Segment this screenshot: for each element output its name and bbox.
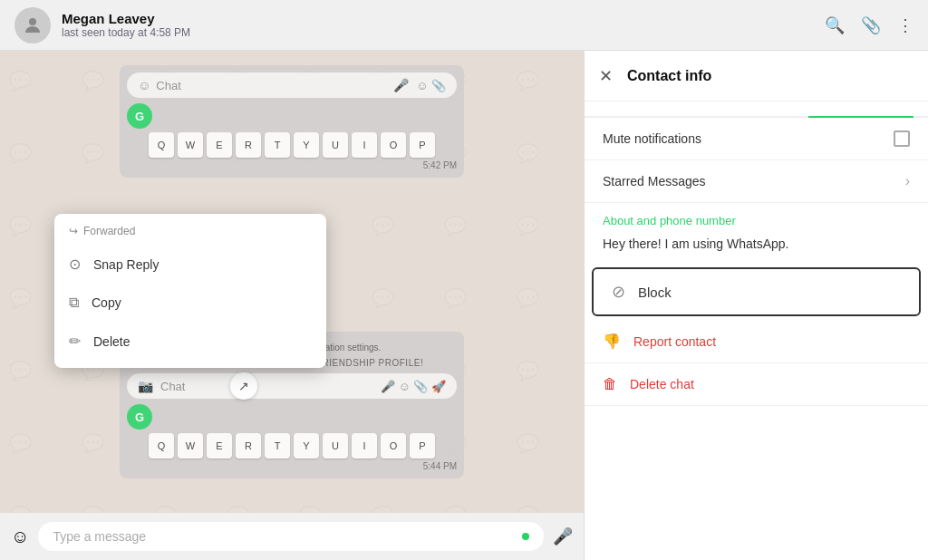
mic-send-icon[interactable]: 🎤: [553, 526, 573, 546]
chat-header: Megan Leavey last seen today at 4:58 PM …: [0, 0, 928, 51]
key-r[interactable]: R: [236, 132, 261, 158]
key-r2[interactable]: R: [236, 433, 261, 459]
key-w[interactable]: W: [178, 132, 203, 158]
message-input-container[interactable]: Type a message: [38, 522, 544, 551]
chat-bar-text-top: Chat: [156, 79, 180, 92]
keyboard-row-bottom: Q W E R T Y U I O P: [127, 433, 457, 459]
delete-label: Delete: [93, 334, 130, 349]
message-placeholder: Type a message: [53, 529, 515, 544]
key-u2[interactable]: U: [323, 433, 348, 459]
key-p2[interactable]: P: [410, 433, 435, 459]
key-p[interactable]: P: [410, 132, 435, 158]
keyboard-screenshot-top: ☺ Chat 🎤 ☺ 📎 G Q W E R T Y U I O P: [120, 65, 464, 178]
avatar[interactable]: [14, 7, 51, 43]
header-actions: 🔍 📎 ⋮: [825, 15, 914, 35]
key-y[interactable]: Y: [294, 132, 319, 158]
emoji-icon-top: ☺: [138, 78, 150, 92]
attach-icon[interactable]: 📎: [861, 15, 881, 35]
delete-chat-row[interactable]: 🗑 Delete chat: [585, 363, 928, 406]
contact-info-panel: ✕ Contact info Mute notifications Starre…: [584, 51, 928, 560]
chevron-right-icon: ›: [905, 173, 910, 189]
block-label: Block: [638, 285, 672, 300]
contact-info-header: ✕ Contact info: [585, 51, 928, 101]
key-e2[interactable]: E: [207, 433, 232, 459]
key-q[interactable]: Q: [149, 132, 174, 158]
about-text: Hey there! I am using WhatsApp.: [585, 233, 928, 264]
snap-reply-label: Snap Reply: [93, 257, 159, 272]
key-t[interactable]: T: [265, 132, 290, 158]
key-w2[interactable]: W: [178, 433, 203, 459]
main-layout: ☺ Chat 🎤 ☺ 📎 G Q W E R T Y U I O P: [0, 51, 928, 560]
chat-bar-bottom: 📷 Chat 🎤 ☺ 📎 🚀: [127, 373, 457, 399]
key-i2[interactable]: I: [352, 433, 377, 459]
forward-arrow-icon: ↪: [69, 225, 78, 237]
timestamp-bottom: 5:44 PM: [127, 461, 457, 471]
delete-chat-label: Delete chat: [630, 377, 694, 391]
delete-icon: ✏: [69, 333, 81, 350]
recording-dot: [522, 533, 529, 540]
tab-2[interactable]: [704, 101, 809, 118]
contact-tabs: [585, 101, 928, 118]
contact-body: Mute notifications Starred Messages › Ab…: [585, 118, 928, 560]
starred-label: Starred Messages: [603, 174, 905, 188]
share-button[interactable]: ↗: [230, 372, 257, 400]
more-icon[interactable]: ⋮: [897, 15, 914, 35]
delete-chat-icon: 🗑: [603, 376, 617, 392]
contact-info-title: Contact info: [627, 68, 711, 84]
report-contact-row[interactable]: 👎 Report contact: [585, 320, 928, 363]
starred-messages-row[interactable]: Starred Messages ›: [585, 160, 928, 203]
mute-checkbox[interactable]: [894, 130, 910, 147]
tab-3[interactable]: [808, 101, 914, 118]
timestamp-top: 5:42 PM: [127, 160, 457, 170]
block-row[interactable]: ⊘ Block: [592, 267, 921, 316]
snap-reply-icon: ⊙: [69, 256, 81, 273]
mute-label: Mute notifications: [603, 131, 894, 146]
contact-status: last seen today at 4:58 PM: [62, 26, 825, 39]
message-bar: ☺ Type a message 🎤: [0, 513, 584, 560]
svg-point-0: [29, 18, 36, 25]
g-button-bottom: G: [127, 404, 152, 430]
key-u[interactable]: U: [323, 132, 348, 158]
extra-icons-top: ☺ 📎: [416, 79, 446, 92]
emoji-picker-icon[interactable]: ☺: [11, 526, 29, 547]
chat-bar-top: ☺ Chat 🎤 ☺ 📎: [127, 72, 457, 98]
chat-area: ☺ Chat 🎤 ☺ 📎 G Q W E R T Y U I O P: [0, 51, 584, 560]
key-t2[interactable]: T: [265, 433, 290, 459]
report-label: Report contact: [633, 334, 716, 349]
key-y2[interactable]: Y: [294, 433, 319, 459]
context-menu: ↪ Forwarded ⊙ Snap Reply ⧉ Copy ✏ Delete: [54, 214, 326, 368]
key-e[interactable]: E: [207, 132, 232, 158]
avatar-icon: [22, 14, 44, 36]
bar-icons-bottom: 🎤 ☺ 📎 🚀: [381, 380, 446, 393]
chat-content: ☺ Chat 🎤 ☺ 📎 G Q W E R T Y U I O P: [0, 51, 584, 513]
report-icon: 👎: [603, 333, 621, 350]
key-i[interactable]: I: [352, 132, 377, 158]
about-section-label: About and phone number: [585, 203, 928, 233]
mute-notifications-row[interactable]: Mute notifications: [585, 118, 928, 160]
contact-name: Megan Leavey: [62, 11, 825, 26]
camera-icon: 📷: [138, 379, 153, 393]
block-icon: ⊘: [612, 282, 625, 302]
copy-item[interactable]: ⧉ Copy: [54, 284, 326, 322]
g-button-top: G: [127, 103, 152, 129]
close-icon[interactable]: ✕: [599, 66, 613, 86]
snap-reply-item[interactable]: ⊙ Snap Reply: [54, 245, 326, 284]
forwarded-label: ↪ Forwarded: [54, 221, 326, 245]
copy-label: Copy: [92, 295, 121, 310]
copy-icon: ⧉: [69, 294, 79, 311]
delete-item[interactable]: ✏ Delete: [54, 322, 326, 361]
keyboard-row-top: Q W E R T Y U I O P: [127, 132, 457, 158]
key-o[interactable]: O: [381, 132, 406, 158]
chat-bar-text-bottom: Chat: [160, 380, 381, 393]
mic-icon-top: 🎤: [393, 78, 409, 92]
search-icon[interactable]: 🔍: [825, 15, 845, 35]
key-q2[interactable]: Q: [149, 433, 174, 459]
tab-1[interactable]: [599, 101, 704, 118]
key-o2[interactable]: O: [381, 433, 406, 459]
header-info: Megan Leavey last seen today at 4:58 PM: [62, 11, 825, 39]
